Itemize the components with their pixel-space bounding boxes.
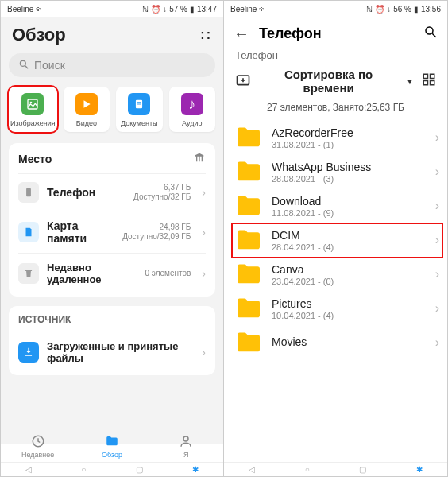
- place-sdcard[interactable]: Карта памяти 24,98 ГБ Доступно/32,09 ГБ …: [18, 211, 206, 253]
- nav-recents-icon[interactable]: ▢: [359, 465, 366, 474]
- svg-marker-4: [83, 100, 90, 107]
- source-card: ИСТОЧНИК Загруженные и принятые файлы ›: [9, 306, 215, 375]
- tab-label: Недавнее: [21, 451, 54, 459]
- carrier-label: Beeline: [230, 5, 257, 14]
- folder-item[interactable]: Pictures10.04.2021 - (4) ›: [232, 292, 442, 326]
- svg-point-3: [30, 102, 33, 104]
- folder-item[interactable]: AzRecorderFree31.08.2021 - (1) ›: [232, 121, 442, 155]
- page-title: Обзор: [12, 25, 66, 45]
- more-menu-icon[interactable]: ::: [200, 28, 212, 42]
- breadcrumb[interactable]: Телефон: [224, 48, 447, 68]
- clock-label: 13:47: [197, 5, 217, 14]
- nfc-icon: ℕ: [142, 5, 149, 14]
- battery-label: 56 %: [393, 5, 411, 14]
- folder-icon: [235, 195, 262, 217]
- chevron-right-icon: ›: [435, 267, 439, 281]
- nav-home-icon[interactable]: ○: [305, 465, 310, 474]
- alarm-icon: ⏰: [375, 5, 384, 14]
- tab-label: Обзор: [102, 451, 122, 459]
- nav-home-icon[interactable]: ○: [81, 465, 86, 474]
- place-sub: 6,37 ГБ Доступно/32 ГБ: [119, 183, 191, 202]
- phone-storage-icon: [18, 182, 39, 203]
- chevron-right-icon: ›: [435, 165, 439, 179]
- category-row: Изображения Видео Документы ♪ Аудио: [9, 87, 215, 132]
- page-title: Телефон: [259, 25, 414, 42]
- chevron-right-icon: ›: [435, 335, 439, 350]
- folder-item[interactable]: Download11.08.2021 - (9) ›: [232, 189, 442, 223]
- nav-accessibility-icon[interactable]: ✱: [192, 465, 199, 474]
- source-name: Загруженные и принятые файлы: [47, 340, 191, 364]
- svg-rect-15: [431, 81, 434, 85]
- chevron-right-icon: ›: [202, 346, 206, 359]
- tab-label: Я: [183, 451, 189, 459]
- place-recently-deleted[interactable]: Недавно удаленное 0 элементов ›: [18, 253, 206, 293]
- folder-item[interactable]: Movies ›: [232, 326, 442, 359]
- search-input[interactable]: Поиск: [9, 53, 215, 77]
- folder-icon: [105, 434, 119, 450]
- dropdown-icon[interactable]: ▼: [406, 77, 414, 86]
- chevron-right-icon: ›: [435, 301, 439, 316]
- image-icon: [21, 93, 44, 115]
- back-button[interactable]: ←: [234, 25, 249, 43]
- source-downloads[interactable]: Загруженные и принятые файлы ›: [18, 332, 206, 372]
- folder-icon: [235, 263, 262, 285]
- view-toggle-icon[interactable]: [422, 72, 436, 90]
- document-icon: [128, 93, 150, 115]
- bottom-tabs: Недавнее Обзор Я: [1, 430, 223, 462]
- category-images[interactable]: Изображения: [9, 87, 57, 132]
- nav-accessibility-icon[interactable]: ✱: [416, 465, 423, 474]
- nav-recents-icon[interactable]: ▢: [136, 465, 143, 474]
- category-label: Изображения: [10, 119, 56, 127]
- folder-list: AzRecorderFree31.08.2021 - (1) › WhatsAp…: [224, 121, 447, 359]
- chevron-right-icon: ›: [202, 267, 206, 280]
- battery-icon: ▮: [414, 5, 419, 14]
- svg-rect-14: [423, 81, 427, 85]
- place-name: Карта памяти: [47, 219, 111, 245]
- storage-summary: 27 элементов, Занято:25,63 ГБ: [224, 102, 447, 121]
- folder-item[interactable]: Canva23.04.2021 - (0) ›: [232, 258, 442, 292]
- download-icon: [18, 342, 39, 363]
- folder-item[interactable]: WhatsApp Business28.08.2021 - (3) ›: [232, 155, 442, 189]
- trash-icon: [18, 263, 39, 284]
- category-label: Видео: [76, 119, 97, 127]
- nav-back-icon[interactable]: ◁: [249, 465, 255, 474]
- chevron-right-icon: ›: [435, 130, 439, 145]
- tab-recent[interactable]: Недавнее: [1, 430, 75, 462]
- category-documents[interactable]: Документы: [116, 87, 162, 132]
- place-sub: 0 элементов: [145, 269, 191, 278]
- tab-overview[interactable]: Обзор: [75, 430, 149, 462]
- category-audio[interactable]: ♪ Аудио: [169, 87, 215, 132]
- places-heading: Место: [18, 153, 52, 165]
- places-card: Место Телефон 6,37 ГБ Доступно/32 ГБ › К…: [9, 143, 215, 297]
- nav-back-icon[interactable]: ◁: [25, 465, 32, 474]
- status-bar: Beeline ᯤ ℕ ⏰ ↓ 57 % ▮ 13:47: [1, 1, 223, 17]
- system-nav: ◁ ○ ▢ ✱: [224, 462, 447, 476]
- place-name: Телефон: [47, 186, 111, 199]
- folder-icon: [235, 126, 262, 149]
- svg-rect-8: [26, 188, 31, 197]
- folder-item-dcim[interactable]: DCIM28.04.2021 - (4) ›: [232, 223, 442, 258]
- status-bar: Beeline ᯤ ℕ ⏰ ↓ 56 % ▮ 13:56: [224, 1, 447, 17]
- overview-screen: Beeline ᯤ ℕ ⏰ ↓ 57 % ▮ 13:47 Обзор :: По…: [1, 1, 224, 476]
- search-placeholder: Поиск: [34, 59, 65, 72]
- folder-icon: [235, 161, 262, 183]
- cleanup-icon[interactable]: [193, 151, 206, 167]
- chevron-right-icon: ›: [202, 186, 206, 199]
- source-heading: ИСТОЧНИК: [18, 314, 71, 325]
- tab-me[interactable]: Я: [149, 430, 223, 462]
- place-phone[interactable]: Телефон 6,37 ГБ Доступно/32 ГБ ›: [18, 173, 206, 211]
- battery-icon: ▮: [190, 5, 195, 14]
- chevron-right-icon: ›: [202, 226, 206, 238]
- search-icon[interactable]: [423, 25, 438, 43]
- sort-button[interactable]: Сортировка по времени: [259, 68, 398, 95]
- folder-icon: [235, 297, 262, 320]
- category-video[interactable]: Видео: [64, 87, 110, 132]
- audio-icon: ♪: [181, 93, 203, 115]
- sdcard-icon: [18, 222, 39, 242]
- battery-label: 57 %: [169, 5, 187, 14]
- chevron-right-icon: ›: [435, 233, 439, 247]
- new-folder-icon[interactable]: [235, 72, 251, 91]
- wifi-icon: ᯤ: [259, 5, 267, 14]
- folder-screen: Beeline ᯤ ℕ ⏰ ↓ 56 % ▮ 13:56 ← Телефон Т…: [224, 1, 447, 476]
- person-icon: [179, 434, 193, 450]
